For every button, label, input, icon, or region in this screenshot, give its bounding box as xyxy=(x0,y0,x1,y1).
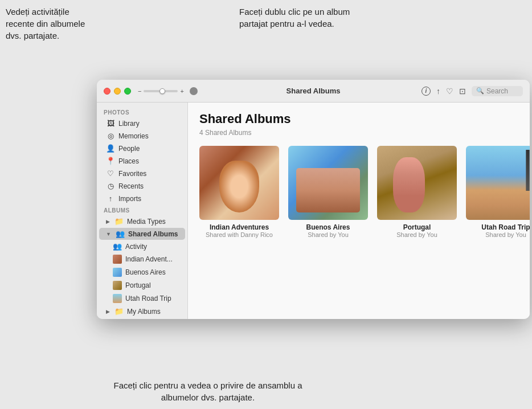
crop-icon[interactable]: ⊡ xyxy=(459,87,466,96)
album-thumb-utah xyxy=(466,146,530,220)
sidebar-item-memories[interactable]: ◎ Memories xyxy=(99,130,185,142)
content-title: Shared Albums xyxy=(199,112,518,126)
heart-icon[interactable]: ♡ xyxy=(446,87,453,96)
sidebar-item-indian-adventures[interactable]: Indian Advent... xyxy=(99,253,185,265)
sidebar-item-favorites[interactable]: ♡ Favorites xyxy=(99,167,185,179)
album-card-utah[interactable]: Utah Road Trip Shared by You xyxy=(466,146,530,238)
activity-icon: 👥 xyxy=(113,242,122,251)
annotation-top-left: Vedeți activitățile recente din albumele… xyxy=(6,6,94,42)
sidebar-item-label: Indian Advent... xyxy=(125,255,173,263)
search-placeholder: Search xyxy=(486,87,508,95)
sidebar-section-albums: Albums xyxy=(97,205,187,215)
favorites-icon: ♡ xyxy=(106,169,115,178)
my-albums-icon: 📁 xyxy=(114,307,124,316)
album-sub-utah: Shared by You xyxy=(485,231,526,238)
sidebar-item-label: Recents xyxy=(118,182,144,190)
album-name-portugal: Portugal xyxy=(403,223,431,231)
info-icon[interactable]: i xyxy=(421,87,431,96)
album-thumb-icon-utah xyxy=(113,294,122,303)
album-name-indian: Indian Adventures xyxy=(210,223,269,231)
album-thumb-icon-buenos xyxy=(113,268,122,277)
annotation-bottom: Faceți clic pentru a vedea o privire de … xyxy=(105,379,310,403)
sidebar-item-label: Portugal xyxy=(125,281,151,289)
window-title: Shared Albums xyxy=(287,87,341,95)
sidebar-item-label: Places xyxy=(118,157,139,165)
sidebar-item-label: Utah Road Trip xyxy=(125,295,171,302)
album-sub-portugal: Shared by You xyxy=(396,231,437,238)
zoom-slider[interactable] xyxy=(144,90,178,92)
sidebar-item-label: Shared Albums xyxy=(128,230,178,238)
sidebar-item-label: Favorites xyxy=(118,170,146,178)
expand-icon: ▶ xyxy=(106,219,110,224)
sidebar-item-label: Memories xyxy=(118,132,149,140)
library-icon: 🖼 xyxy=(106,119,115,128)
sidebar-section-photos: Photos xyxy=(97,107,187,117)
sidebar-item-my-albums[interactable]: ▶ 📁 My Albums xyxy=(99,305,185,317)
search-box[interactable]: 🔍 Search xyxy=(472,86,523,96)
album-name-utah: Utah Road Trip xyxy=(481,223,530,231)
sidebar-item-portugal[interactable]: Portugal xyxy=(99,279,185,292)
expand-icon: ▶ xyxy=(106,309,110,314)
sidebar-item-imports[interactable]: ↑ Imports xyxy=(99,193,185,204)
sidebar-item-people[interactable]: 👤 People xyxy=(99,142,185,154)
sidebar-item-shared-albums[interactable]: ▼ 👥 Shared Albums xyxy=(99,228,185,240)
album-sub-indian: Shared with Danny Rico xyxy=(206,231,273,238)
traffic-lights xyxy=(104,88,131,95)
zoom-in-label: + xyxy=(180,88,183,95)
sidebar-item-utah-road-trip[interactable]: Utah Road Trip xyxy=(99,292,185,305)
recents-icon: ◷ xyxy=(106,182,115,190)
sidebar-item-library[interactable]: 🖼 Library xyxy=(99,117,185,129)
sidebar-item-buenos-aires[interactable]: Buenos Aires xyxy=(99,266,185,279)
sidebar-item-media-types[interactable]: ▶ 📁 Media Types xyxy=(99,215,185,227)
content-subtitle: 4 Shared Albums xyxy=(199,129,518,137)
album-card-indian[interactable]: Indian Adventures Shared with Danny Rico xyxy=(199,146,279,238)
search-icon: 🔍 xyxy=(476,87,484,95)
sidebar-item-label: My Albums xyxy=(127,308,161,316)
media-types-icon: 📁 xyxy=(114,217,124,226)
sidebar-item-recents[interactable]: ◷ Recents xyxy=(99,180,185,192)
memories-icon: ◎ xyxy=(106,132,115,140)
album-name-buenos: Buenos Aires xyxy=(306,223,350,231)
slider-thumb[interactable] xyxy=(159,88,165,94)
sidebar-item-label: Buenos Aires xyxy=(125,268,166,276)
sidebar-item-places[interactable]: 📍 Places xyxy=(99,155,185,167)
places-icon: 📍 xyxy=(106,157,115,165)
maximize-button[interactable] xyxy=(124,88,131,95)
main-area: Photos 🖼 Library ◎ Memories 👤 People 📍 P… xyxy=(97,103,530,319)
album-sub-buenos: Shared by You xyxy=(308,231,349,238)
sidebar-item-label: People xyxy=(118,145,140,153)
close-button[interactable] xyxy=(104,88,111,95)
titlebar: − + Shared Albums i ↑ ♡ ⊡ 🔍 Search xyxy=(97,80,530,103)
circle-button[interactable] xyxy=(190,87,198,95)
shared-albums-icon: 👥 xyxy=(116,230,125,238)
sidebar-item-label: Activity xyxy=(125,243,147,251)
zoom-out-label: − xyxy=(138,88,141,95)
album-thumb-icon-indian xyxy=(113,255,122,264)
album-card-buenos[interactable]: Buenos Aires Shared by You xyxy=(288,146,368,238)
content-area: Shared Albums 4 Shared Albums Indian Adv… xyxy=(188,103,530,319)
expand-icon: ▼ xyxy=(106,231,111,237)
album-card-portugal[interactable]: Portugal Shared by You xyxy=(377,146,457,238)
sidebar-item-label: Library xyxy=(118,120,140,128)
toolbar-right: i ↑ ♡ ⊡ 🔍 Search xyxy=(421,86,523,96)
sidebar-item-label: Media Types xyxy=(127,218,166,226)
album-thumb-icon-portugal xyxy=(113,281,122,290)
sidebar-item-activity[interactable]: 👥 Activity xyxy=(99,240,185,252)
imports-icon: ↑ xyxy=(106,194,115,203)
albums-grid: Indian Adventures Shared with Danny Rico… xyxy=(199,146,518,238)
minimize-button[interactable] xyxy=(114,88,121,95)
sidebar: Photos 🖼 Library ◎ Memories 👤 People 📍 P… xyxy=(97,103,188,319)
album-thumb-portugal xyxy=(377,146,457,220)
album-thumb-indian xyxy=(199,146,279,220)
sidebar-item-label: Imports xyxy=(118,195,141,203)
zoom-slider-area: − + xyxy=(138,87,198,95)
annotation-top-right: Faceți dublu clic pe un album partajat p… xyxy=(239,6,353,30)
people-icon: 👤 xyxy=(106,144,115,153)
album-thumb-buenos xyxy=(288,146,368,220)
photos-window: − + Shared Albums i ↑ ♡ ⊡ 🔍 Search Photo… xyxy=(97,80,530,319)
share-icon[interactable]: ↑ xyxy=(436,87,440,96)
